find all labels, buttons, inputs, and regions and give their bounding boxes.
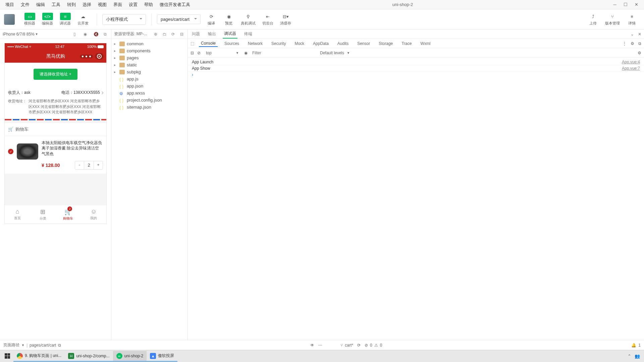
qty-minus-button[interactable]: -	[75, 161, 84, 169]
subtab-appdata[interactable]: AppData	[311, 41, 331, 47]
cart-item-image[interactable]	[17, 143, 38, 160]
chevron-down-icon[interactable]: ⌄	[631, 32, 634, 37]
tray-people-icon[interactable]: 👥	[635, 354, 640, 359]
rotate-icon[interactable]: ▯	[73, 32, 78, 37]
subtab-mock[interactable]: Mock	[292, 41, 306, 47]
taskbar-item-apowersoft[interactable]: ▲ 傲软投屏	[147, 351, 177, 362]
context-dropdown[interactable]: top▼	[204, 50, 241, 56]
menu-wechat-devtools[interactable]: 微信开发者工具	[157, 1, 193, 8]
tree-file-project-config[interactable]: { }project.config.json	[111, 97, 187, 104]
clear-console-icon[interactable]: ⊘	[197, 51, 201, 55]
tree-folder-subpkg[interactable]: ▸subpkg	[111, 68, 187, 75]
tree-file-app-json[interactable]: { }app.json	[111, 82, 187, 89]
editor-toggle[interactable]: </> 编辑器	[39, 11, 56, 27]
subtab-sources[interactable]: Sources	[222, 41, 241, 47]
menu-help[interactable]: 帮助	[142, 1, 156, 8]
subtab-audits[interactable]: Audits	[335, 41, 351, 47]
tab-category[interactable]: ⊞ 分类	[30, 205, 56, 224]
new-file-icon[interactable]: ⊕	[154, 32, 159, 37]
copy-icon[interactable]: ⧉	[58, 343, 61, 348]
new-folder-icon[interactable]: 🗀	[163, 32, 167, 37]
taskbar-item-hbuilder[interactable]: H uni-shop-2/comp...	[65, 351, 113, 362]
filter-input[interactable]	[251, 50, 315, 56]
tree-file-app-wxss[interactable]: ⊜app.wxss	[111, 89, 187, 97]
sidebar-toggle-icon[interactable]: ⊟	[191, 51, 194, 55]
status-file[interactable]: ⑂ cart*	[340, 343, 353, 348]
tab-terminal[interactable]: 终端	[243, 30, 254, 38]
menu-select[interactable]: 选择	[80, 1, 94, 8]
cart-item-radio[interactable]	[8, 149, 13, 154]
tab-problems[interactable]: 问题	[191, 30, 201, 38]
console-body[interactable]: App Launch App.vue:4 App Show App.vue:7 …	[188, 58, 644, 340]
qty-plus-button[interactable]: +	[94, 161, 103, 169]
menu-project[interactable]: 项目	[3, 1, 17, 8]
dock-icon[interactable]: ⧉	[638, 41, 641, 46]
tree-folder-components[interactable]: ▸components	[111, 47, 187, 54]
subtab-wxml[interactable]: Wxml	[418, 41, 432, 47]
device-selector[interactable]: iPhone 6/7/8 85% ▼	[3, 32, 38, 37]
subtab-sensor[interactable]: Sensor	[355, 41, 372, 47]
collapse-icon[interactable]: ⊟	[180, 32, 185, 37]
settings-icon[interactable]: ⚙	[631, 41, 634, 46]
details-button[interactable]: ≡ 详情	[624, 11, 640, 27]
console-source-link[interactable]: App.vue:4	[622, 60, 640, 64]
tree-file-sitemap[interactable]: { }sitemap.json	[111, 104, 187, 111]
tab-cart[interactable]: 🛒 2 购物车	[56, 205, 81, 224]
tab-debugger[interactable]: 调试器	[223, 29, 237, 39]
capsule-menu[interactable]	[80, 55, 93, 58]
choose-address-button[interactable]: 请选择收货地址 +	[34, 69, 77, 80]
menu-file[interactable]: 文件	[18, 1, 32, 8]
preview-button[interactable]: ◉ 预览	[221, 11, 237, 27]
console-prompt[interactable]: ›	[188, 72, 644, 78]
tray-up-icon[interactable]: ⌃	[628, 354, 631, 359]
record-icon[interactable]: ◉	[84, 32, 88, 37]
status-page-path[interactable]: 页面路径▼ | pages/cart/cart ⧉	[3, 342, 61, 348]
menu-ui[interactable]: 界面	[111, 1, 125, 8]
console-source-link[interactable]: App.vue:7	[622, 66, 640, 71]
subtab-storage[interactable]: Storage	[377, 41, 395, 47]
compile-button[interactable]: ⟳ 编译	[203, 11, 219, 27]
maximize-button[interactable]: ☐	[623, 2, 628, 7]
subtab-security[interactable]: Security	[269, 41, 288, 47]
more-icon[interactable]: ⋮	[623, 41, 627, 46]
taskbar-item-wechat-devtools[interactable]: ∞ uni-shop-2	[113, 351, 147, 362]
debugger-toggle[interactable]: ≡ 调试器	[57, 11, 73, 27]
tab-my[interactable]: ☺ 我的	[81, 205, 106, 224]
upload-button[interactable]: ⤴ 上传	[585, 11, 601, 27]
close-icon[interactable]: ✕	[638, 32, 641, 37]
menu-view[interactable]: 视图	[95, 1, 109, 8]
capsule-close[interactable]	[95, 53, 104, 60]
status-errors[interactable]: ⊘0 ⚠0	[365, 343, 382, 348]
taskbar-item-chrome[interactable]: 9. 购物车页面 | uni...	[13, 351, 65, 362]
tree-folder-static[interactable]: ▸static	[111, 61, 187, 68]
start-button[interactable]	[1, 351, 13, 362]
status-eye[interactable]: 👁	[310, 343, 314, 348]
address-box[interactable]: 收货人：ask 电话：138XXXX5555 收货地址： 河北省邯郸市肥乡区XX…	[5, 86, 106, 119]
refresh-icon[interactable]: ⟳	[171, 32, 176, 37]
clouddev-button[interactable]: ☁ 云开发	[75, 11, 91, 27]
clear-cache-button[interactable]: ⊟▾ 清缓存	[277, 11, 294, 27]
close-button[interactable]: ✕	[634, 2, 639, 7]
popout-icon[interactable]: ⧉	[104, 32, 108, 37]
version-button[interactable]: ⑂ 版本管理	[602, 11, 623, 27]
status-sync[interactable]: ⟳	[357, 343, 361, 348]
status-notifications[interactable]: 🔔1	[631, 343, 641, 348]
menu-tools[interactable]: 工具	[49, 1, 63, 8]
page-dropdown[interactable]: pages/cart/cart	[157, 14, 201, 24]
tree-file-app-js[interactable]: { }app.js	[111, 75, 187, 82]
subtab-network[interactable]: Network	[246, 41, 265, 47]
tab-output[interactable]: 输出	[207, 30, 217, 38]
live-expression-icon[interactable]: ◉	[244, 51, 248, 55]
mode-dropdown[interactable]: 小程序模式	[102, 14, 146, 25]
menu-goto[interactable]: 转到	[64, 1, 78, 8]
subtab-trace[interactable]: Trace	[399, 41, 414, 47]
status-more[interactable]: ⋯	[318, 343, 322, 348]
mute-icon[interactable]: 🔇	[94, 32, 98, 37]
subtab-console[interactable]: Console	[199, 40, 218, 47]
tab-home[interactable]: ⌂ 首页	[5, 205, 30, 224]
settings-icon[interactable]: ⚙	[638, 51, 641, 55]
background-button[interactable]: ⇤ 切后台	[260, 11, 276, 27]
avatar[interactable]	[4, 14, 15, 25]
levels-dropdown[interactable]: Default levels▼	[318, 50, 352, 56]
tree-folder-pages[interactable]: ▸pages	[111, 54, 187, 61]
